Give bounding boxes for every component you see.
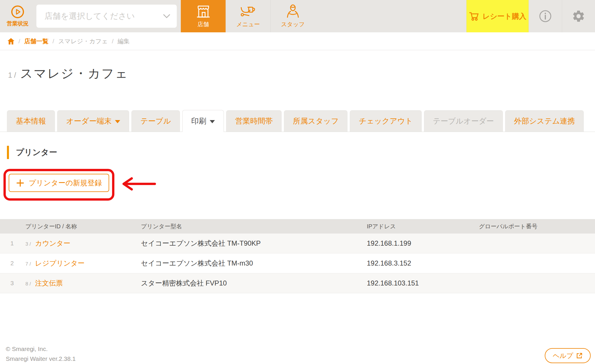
version-text: Smaregi Waiter ver.2.38.1: [6, 354, 595, 364]
nav-item-store-label: 店舗: [198, 20, 209, 28]
business-status-button[interactable]: 営業状況: [0, 0, 35, 32]
tab-print[interactable]: 印刷: [182, 110, 224, 132]
printer-ip: 192.168.103.151: [367, 279, 479, 287]
printer-id: 3 /: [25, 241, 31, 247]
info-button[interactable]: [529, 0, 562, 32]
staff-person-icon: [286, 4, 300, 19]
printer-section-title: プリンター: [16, 147, 57, 158]
tab-basic-info[interactable]: 基本情報: [7, 110, 55, 132]
add-printer-button-label: プリンターの新規登録: [29, 178, 102, 188]
page-title-row: 1 / スマレジ・カフェ: [0, 50, 595, 82]
row-index: 3: [0, 280, 25, 287]
nav-item-menu[interactable]: メニュー: [226, 0, 270, 32]
printer-model: セイコーエプソン株式会社 TM-m30: [141, 259, 367, 268]
header-global-port: グローバルポート番号: [479, 223, 595, 230]
info-icon: [539, 10, 552, 23]
printer-name-link[interactable]: カウンター: [35, 239, 70, 247]
add-printer-button[interactable]: プリンターの新規登録: [9, 174, 109, 192]
tab-business-hours[interactable]: 営業時間帯: [226, 110, 282, 132]
topbar-spacer: [315, 0, 466, 32]
row-index: 1: [0, 240, 25, 247]
breadcrumb-store-list[interactable]: 店舗一覧: [24, 37, 49, 45]
settings-button[interactable]: [562, 0, 595, 32]
top-bar: 営業状況 店舗を選択してください 店舗: [0, 0, 595, 32]
external-link-icon: [576, 352, 583, 359]
store-select-dropdown[interactable]: 店舗を選択してください: [36, 5, 177, 28]
chevron-down-icon: [163, 14, 170, 18]
printer-table: プリンターID / 名称 プリンター型名 IPアドレス グローバルポート番号 1…: [0, 219, 595, 293]
breadcrumb: / 店舗一覧 / スマレジ・カフェ / 編集: [0, 32, 595, 50]
tab-external-system[interactable]: 外部システム連携: [505, 110, 584, 132]
copyright-text: © Smaregi, Inc.: [6, 344, 595, 354]
breadcrumb-edit: 編集: [118, 37, 130, 45]
help-button[interactable]: ヘルプ: [545, 348, 591, 363]
section-accent-bar: [7, 146, 9, 159]
table-row: 1 3 / カウンター セイコーエプソン株式会社 TM-T90KP 192.16…: [0, 234, 595, 253]
store-select-placeholder: 店舗を選択してください: [44, 11, 163, 22]
store-number-prefix: 1 /: [8, 71, 16, 79]
printer-model: セイコーエプソン株式会社 TM-T90KP: [141, 239, 367, 248]
printer-ip: 192.168.1.199: [367, 239, 479, 247]
tab-assigned-staff[interactable]: 所属スタッフ: [284, 110, 347, 132]
add-printer-area: プリンターの新規登録: [0, 169, 595, 206]
header-printer-id-name: プリンターID / 名称: [25, 223, 141, 230]
printer-section-heading: プリンター: [7, 146, 595, 159]
nav-item-store[interactable]: 店舗: [181, 0, 226, 32]
play-circle-icon: [11, 5, 25, 19]
store-icon: [196, 4, 211, 19]
main-nav: 店舗 メニュー: [181, 0, 315, 32]
table-row: 3 8 / 注文伝票 スター精密株式会社 FVP10 192.168.103.1…: [0, 273, 595, 293]
red-arrow-annotation: [121, 177, 157, 191]
table-row: 2 7 / レジプリンター セイコーエプソン株式会社 TM-m30 192.16…: [0, 253, 595, 273]
header-ip-address: IPアドレス: [367, 223, 479, 230]
row-index: 2: [0, 260, 25, 267]
help-button-label: ヘルプ: [553, 351, 573, 360]
footer: © Smaregi, Inc. Smaregi Waiter ver.2.38.…: [0, 344, 595, 363]
page-title: スマレジ・カフェ: [20, 65, 129, 82]
cafe-menu-icon: [240, 4, 256, 19]
nav-item-staff[interactable]: スタッフ: [270, 0, 315, 32]
nav-item-staff-label: スタッフ: [281, 20, 305, 28]
table-header-row: プリンターID / 名称 プリンター型名 IPアドレス グローバルポート番号: [0, 219, 595, 234]
tab-order-terminal[interactable]: オーダー端末: [57, 110, 129, 132]
printer-name-link[interactable]: 注文伝票: [35, 279, 63, 287]
receipt-purchase-button[interactable]: レシート購入: [466, 0, 529, 32]
tab-table[interactable]: テーブル: [131, 110, 180, 132]
plus-icon: [16, 179, 24, 187]
breadcrumb-store-name: スマレジ・カフェ: [58, 37, 108, 45]
caret-down-icon: [115, 120, 120, 123]
printer-model: スター精密株式会社 FVP10: [141, 279, 367, 288]
home-icon[interactable]: [8, 38, 14, 44]
tab-checkout[interactable]: チェックアウト: [350, 110, 421, 132]
header-printer-model: プリンター型名: [141, 223, 367, 230]
business-status-label: 営業状況: [7, 20, 29, 27]
receipt-purchase-label: レシート購入: [483, 12, 527, 21]
printer-id: 8 /: [25, 281, 31, 287]
cart-icon: [469, 11, 479, 21]
gear-icon: [572, 10, 585, 23]
caret-down-icon: [210, 120, 215, 123]
store-tabs: 基本情報 オーダー端末 テーブル 印刷 営業時間帯 所属スタッフ チェックアウト…: [0, 110, 595, 132]
printer-name-link[interactable]: レジプリンター: [35, 259, 85, 267]
printer-ip: 192.168.3.152: [367, 259, 479, 267]
nav-item-menu-label: メニュー: [236, 20, 260, 28]
tab-table-order: テーブルオーダー: [424, 110, 503, 132]
printer-id: 7 /: [25, 261, 31, 267]
